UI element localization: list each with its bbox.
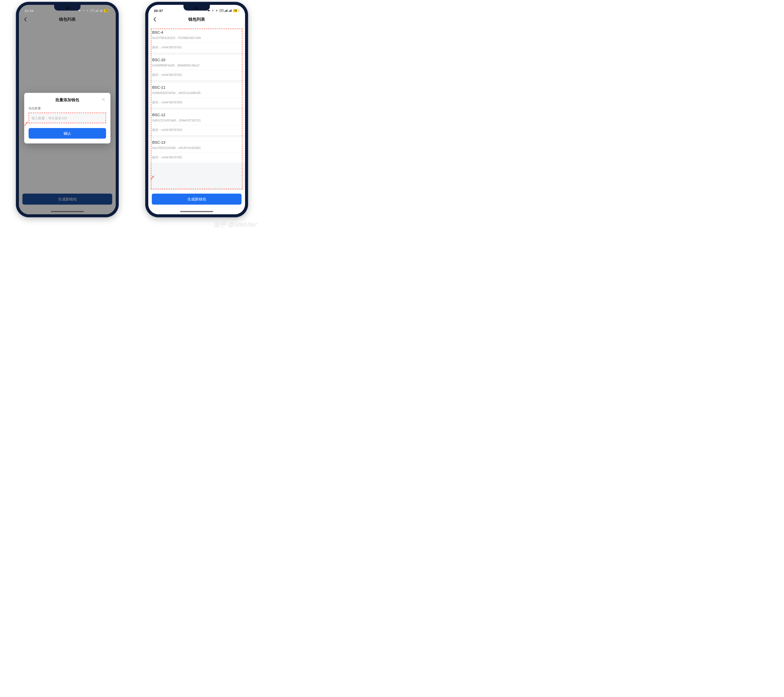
wallet-address: 0x1975E4181D3…F028d02407c8A <box>152 36 241 43</box>
wallet-list[interactable]: BSC-4 0x1975E4181D3…F028d02407c8A 路径：m/4… <box>148 27 245 190</box>
path-label: 路径： <box>152 73 161 77</box>
hd-icon: HD <box>90 9 94 12</box>
wallet-path: m/44'/60'/0'/0/3 <box>161 101 182 104</box>
wallet-name: BSC-4 <box>152 30 241 35</box>
home-indicator[interactable] <box>180 211 213 212</box>
confirm-button[interactable]: 确认 <box>29 128 106 138</box>
svg-rect-5 <box>100 10 101 12</box>
battery-icon: 78 <box>233 9 239 12</box>
generate-wallet-button[interactable]: 生成新钱包 <box>152 194 242 204</box>
annotation-arrow-icon <box>150 174 156 180</box>
wallet-path: m/44'/60'/0'/0/4 <box>161 128 182 132</box>
nav-header: 钱包列表 <box>148 14 245 25</box>
wallet-path: m/44'/60'/0'/0/2 <box>161 73 182 77</box>
wallet-address: 0xcCfD01DAD85…eEcfcF3c923BC <box>152 146 241 153</box>
hd-icon: HD <box>219 9 224 12</box>
wallet-path: m/44'/60'/0'/0/1 <box>161 46 182 49</box>
svg-rect-18 <box>231 10 232 12</box>
wallet-path: m/44'/60'/0'/0/5 <box>161 155 182 159</box>
back-button[interactable] <box>152 16 158 23</box>
annotation-highlight <box>29 113 106 123</box>
svg-rect-15 <box>229 11 229 12</box>
phone-mockup-right: 20:37 HD 78 钱包列表 <box>145 2 248 218</box>
wallet-address: 0x498f6fdF3a36…6b8eB69136a1f <box>152 64 241 71</box>
status-time: 20:37 <box>154 9 163 13</box>
battery-icon: 71 <box>104 9 110 12</box>
svg-rect-17 <box>230 10 231 12</box>
quantity-label: 钱包数量 <box>29 107 106 110</box>
phone-mockup-left: 21:54 HD 71 钱包列表 生成新钱包 <box>16 2 119 218</box>
wallet-name: BSC-10 <box>152 58 241 62</box>
signal-icon-1 <box>225 9 228 12</box>
wallet-name: BSC-11 <box>152 86 241 90</box>
battery-level: 71 <box>105 10 107 12</box>
svg-rect-3 <box>98 10 98 12</box>
path-label: 路径： <box>152 128 161 132</box>
confirm-label: 确认 <box>64 131 71 136</box>
bulk-add-modal: 批量添加钱包 钱包数量 确认 <box>24 93 110 143</box>
signal-icon-2 <box>229 9 232 12</box>
close-icon[interactable] <box>101 97 106 102</box>
quantity-input[interactable] <box>29 113 105 123</box>
battery-level: 78 <box>235 10 237 12</box>
path-label: 路径： <box>152 46 161 49</box>
signal-icon-1 <box>95 9 98 12</box>
wallet-name: BSC-13 <box>152 140 241 145</box>
svg-rect-1 <box>96 10 97 12</box>
wallet-item[interactable]: BSC-13 0xcCfD01DAD85…eEcfcF3c923BC 路径：m/… <box>148 137 245 163</box>
page-title: 钱包列表 <box>188 16 205 22</box>
wallet-item[interactable]: BSC-10 0x498f6fdF3a36…6b8eB69136a1f 路径：m… <box>148 55 245 80</box>
svg-rect-6 <box>101 10 101 12</box>
svg-rect-12 <box>226 10 226 12</box>
annotation-arrow-icon <box>24 120 30 126</box>
wallet-item[interactable]: BSC-4 0x1975E4181D3…F028d02407c8A 路径：m/4… <box>148 27 245 53</box>
svg-rect-0 <box>95 11 96 12</box>
signal-icon-2 <box>99 9 102 12</box>
wallet-address: 0xB1C57e3CAd0…054eFd718CD1 <box>152 119 241 125</box>
wallet-item[interactable]: BSC-12 0xB1C57e3CAd0…054eFd718CD1 路径：m/4… <box>148 110 245 135</box>
svg-rect-2 <box>97 10 97 12</box>
wallet-name: BSC-12 <box>152 113 241 117</box>
bluetooth-icon <box>212 9 214 12</box>
screen-left: 21:54 HD 71 钱包列表 生成新钱包 <box>19 5 116 214</box>
path-label: 路径： <box>152 155 161 159</box>
wallet-address: 0x56cB30D32De…9eDC2cA4Bc95 <box>152 91 241 98</box>
watermark: 知乎 @Web3er <box>214 220 257 228</box>
wallet-item[interactable]: BSC-11 0x56cB30D32De…9eDC2cA4Bc95 路径：m/4… <box>148 82 245 107</box>
bluetooth-icon <box>82 9 84 12</box>
svg-rect-11 <box>225 11 225 12</box>
svg-rect-4 <box>99 11 100 12</box>
generate-wallet-label: 生成新钱包 <box>188 197 206 202</box>
screen-right: 20:37 HD 78 钱包列表 <box>148 5 245 214</box>
annotation-highlight <box>151 29 242 189</box>
wifi-icon <box>215 9 218 12</box>
home-indicator[interactable] <box>51 211 84 212</box>
svg-rect-7 <box>102 10 102 12</box>
path-label: 路径： <box>152 101 161 104</box>
notch <box>183 5 210 11</box>
notch <box>54 5 81 11</box>
wifi-icon <box>86 9 89 12</box>
svg-rect-14 <box>227 10 227 12</box>
svg-rect-13 <box>226 10 227 12</box>
modal-title: 批量添加钱包 <box>56 98 79 102</box>
status-time: 21:54 <box>25 9 34 13</box>
svg-rect-16 <box>230 10 230 12</box>
